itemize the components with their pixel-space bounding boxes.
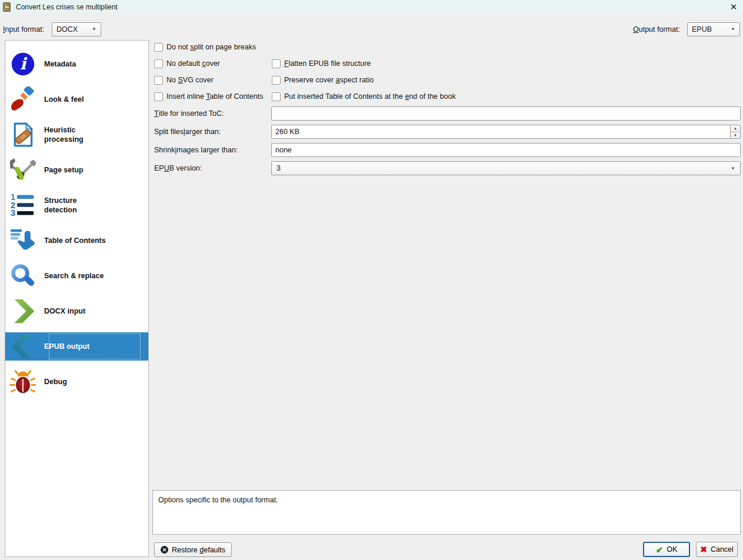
toc-title-input[interactable] — [271, 106, 741, 121]
cross-icon: ✖ — [700, 545, 707, 554]
checkbox-box — [272, 92, 281, 101]
checkbox-no-split-on-page-breaks[interactable]: Do not split on page breaks — [154, 42, 256, 52]
shrink-images-input[interactable] — [271, 143, 741, 157]
sidebar-item-heuristic-processing[interactable]: Heuristic processing — [5, 117, 148, 152]
checkbox-flatten-epub-file-structure[interactable]: Flatten EPUB file structure — [272, 59, 371, 68]
sidebar-item-table-of-contents[interactable]: Table of Contents — [5, 223, 148, 258]
title-bar: Convert Les crises se multiplient ✕ — [0, 0, 743, 14]
sidebar-item-metadata[interactable]: i Metadata — [5, 46, 148, 82]
ok-button[interactable]: ✔ OK — [643, 542, 690, 557]
info-icon: i — [10, 51, 36, 77]
format-help-text: Options specific to the output format. — [158, 496, 278, 504]
checkbox-box — [154, 43, 163, 52]
sidebar-item-page-setup[interactable]: Page setup — [5, 152, 148, 188]
spin-down-icon[interactable]: ▼ — [731, 132, 740, 139]
checkbox-box — [272, 59, 281, 68]
epub-version-label: EPUB version: — [154, 161, 202, 175]
restore-defaults-button[interactable]: ✕ Restore defaults — [154, 542, 232, 557]
checkbox-put-toc-at-end[interactable]: Put inserted Table of Contents at the en… — [272, 92, 456, 101]
sidebar-item-debug[interactable]: Debug — [5, 364, 148, 399]
convert-dialog: Convert Les crises se multiplient ✕ Inpu… — [0, 0, 743, 560]
checkbox-no-svg-cover[interactable]: No SVG cover — [154, 75, 214, 85]
format-help-box: Options specific to the output format. — [152, 490, 741, 535]
epub-version-value: 3 — [276, 164, 281, 172]
checkbox-no-default-cover[interactable]: No default cover — [154, 59, 220, 68]
input-format-label: Input format: — [3, 22, 44, 36]
numbered-list-icon: 1 2 3 — [10, 192, 36, 218]
checkbox-box — [272, 76, 281, 85]
split-files-label: Split files larger than: — [154, 125, 221, 139]
output-format-value: EPUB — [692, 25, 712, 34]
svg-text:3: 3 — [11, 208, 15, 218]
document-bandaid-icon — [10, 122, 36, 148]
output-format-label: Output format: — [633, 22, 680, 36]
check-icon: ✔ — [656, 545, 664, 554]
chevron-down-icon: ▼ — [731, 166, 735, 171]
paintbrush-icon — [10, 86, 36, 112]
input-format-value: DOCX — [56, 25, 78, 34]
checkbox-preserve-cover-aspect-ratio[interactable]: Preserve cover aspect ratio — [272, 75, 374, 85]
split-files-spinbox: ▲ ▼ — [271, 125, 741, 139]
sidebar-item-structure-detection[interactable]: 1 2 3 Structure detection — [5, 188, 148, 223]
sidebar-item-look-and-feel[interactable]: Look & feel — [5, 82, 148, 117]
checkbox-box — [154, 76, 163, 85]
input-format-select[interactable]: DOCX ▼ — [52, 22, 101, 36]
split-files-input[interactable] — [272, 125, 730, 138]
convert-book-icon — [2, 2, 12, 12]
chevron-left-icon — [10, 334, 36, 359]
checkbox-box — [154, 59, 163, 68]
spin-up-icon[interactable]: ▲ — [731, 125, 740, 132]
chevron-down-icon: ▼ — [92, 27, 96, 32]
shrink-images-label: Shrink images larger than: — [154, 143, 238, 157]
window-title: Convert Les crises se multiplient — [16, 3, 118, 11]
sidebar-item-epub-output[interactable]: EPUB output — [5, 329, 148, 364]
close-icon[interactable]: ✕ — [728, 1, 739, 12]
checkbox-box — [154, 92, 163, 101]
chevron-down-icon: ▼ — [731, 27, 735, 32]
checkbox-insert-inline-toc[interactable]: Insert inline Table of Contents — [154, 92, 263, 101]
chevron-right-icon — [10, 298, 36, 324]
clear-icon: ✕ — [161, 546, 168, 554]
epub-version-select[interactable]: 3 ▼ — [271, 161, 741, 175]
sidebar-item-search-replace[interactable]: Search & replace — [5, 258, 148, 294]
sidebar-item-docx-input[interactable]: DOCX input — [5, 294, 148, 329]
toc-title-label: Title for inserted ToC: — [154, 106, 224, 121]
bug-icon — [10, 369, 36, 395]
magnifier-icon — [10, 263, 36, 289]
cancel-button[interactable]: ✖ Cancel — [696, 542, 738, 557]
category-sidebar: i Metadata Look & feel — [5, 40, 149, 557]
tools-icon — [10, 157, 36, 183]
toc-hand-icon — [10, 228, 36, 254]
output-format-select[interactable]: EPUB ▼ — [687, 22, 740, 36]
spin-buttons: ▲ ▼ — [730, 125, 740, 138]
